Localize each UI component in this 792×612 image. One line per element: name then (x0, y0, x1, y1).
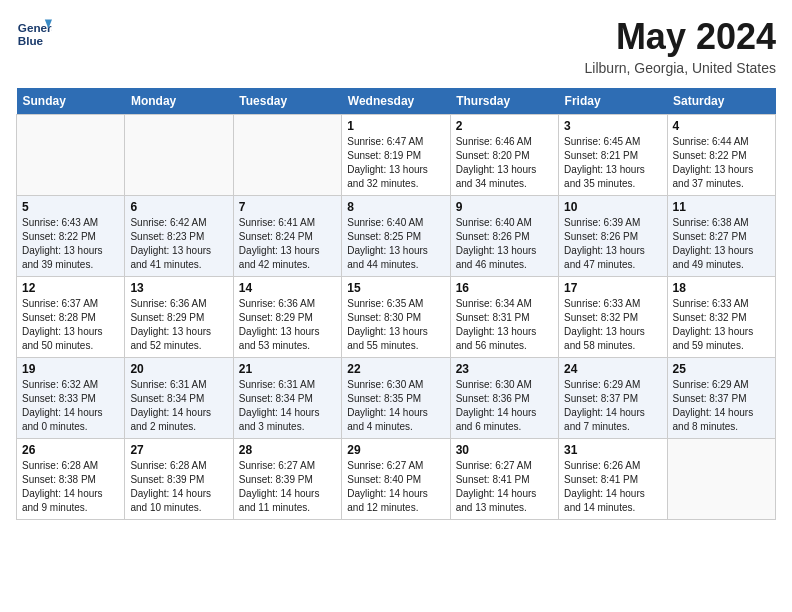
day-number: 21 (239, 362, 336, 376)
day-info: Sunrise: 6:28 AM Sunset: 8:39 PM Dayligh… (130, 459, 227, 515)
calendar-week-4: 19Sunrise: 6:32 AM Sunset: 8:33 PM Dayli… (17, 358, 776, 439)
calendar-cell: 17Sunrise: 6:33 AM Sunset: 8:32 PM Dayli… (559, 277, 667, 358)
calendar-table: SundayMondayTuesdayWednesdayThursdayFrid… (16, 88, 776, 520)
calendar-cell: 30Sunrise: 6:27 AM Sunset: 8:41 PM Dayli… (450, 439, 558, 520)
calendar-cell: 25Sunrise: 6:29 AM Sunset: 8:37 PM Dayli… (667, 358, 775, 439)
day-number: 26 (22, 443, 119, 457)
day-number: 30 (456, 443, 553, 457)
logo-icon: General Blue (16, 16, 52, 52)
day-number: 28 (239, 443, 336, 457)
month-title: May 2024 (585, 16, 776, 58)
day-number: 11 (673, 200, 770, 214)
calendar-cell (667, 439, 775, 520)
day-info: Sunrise: 6:28 AM Sunset: 8:38 PM Dayligh… (22, 459, 119, 515)
calendar-cell: 29Sunrise: 6:27 AM Sunset: 8:40 PM Dayli… (342, 439, 450, 520)
day-number: 9 (456, 200, 553, 214)
calendar-week-2: 5Sunrise: 6:43 AM Sunset: 8:22 PM Daylig… (17, 196, 776, 277)
weekday-header-friday: Friday (559, 88, 667, 115)
page-header: General Blue May 2024 Lilburn, Georgia, … (16, 16, 776, 76)
day-number: 8 (347, 200, 444, 214)
day-number: 31 (564, 443, 661, 457)
calendar-cell: 9Sunrise: 6:40 AM Sunset: 8:26 PM Daylig… (450, 196, 558, 277)
day-info: Sunrise: 6:47 AM Sunset: 8:19 PM Dayligh… (347, 135, 444, 191)
day-number: 1 (347, 119, 444, 133)
calendar-body: 1Sunrise: 6:47 AM Sunset: 8:19 PM Daylig… (17, 115, 776, 520)
day-info: Sunrise: 6:29 AM Sunset: 8:37 PM Dayligh… (673, 378, 770, 434)
svg-text:Blue: Blue (18, 34, 44, 47)
weekday-header-sunday: Sunday (17, 88, 125, 115)
calendar-cell: 13Sunrise: 6:36 AM Sunset: 8:29 PM Dayli… (125, 277, 233, 358)
day-number: 17 (564, 281, 661, 295)
calendar-cell: 8Sunrise: 6:40 AM Sunset: 8:25 PM Daylig… (342, 196, 450, 277)
day-info: Sunrise: 6:40 AM Sunset: 8:26 PM Dayligh… (456, 216, 553, 272)
calendar-cell: 5Sunrise: 6:43 AM Sunset: 8:22 PM Daylig… (17, 196, 125, 277)
day-number: 12 (22, 281, 119, 295)
day-number: 29 (347, 443, 444, 457)
calendar-week-1: 1Sunrise: 6:47 AM Sunset: 8:19 PM Daylig… (17, 115, 776, 196)
logo: General Blue (16, 16, 52, 52)
day-info: Sunrise: 6:26 AM Sunset: 8:41 PM Dayligh… (564, 459, 661, 515)
calendar-cell: 27Sunrise: 6:28 AM Sunset: 8:39 PM Dayli… (125, 439, 233, 520)
weekday-header-monday: Monday (125, 88, 233, 115)
calendar-cell: 22Sunrise: 6:30 AM Sunset: 8:35 PM Dayli… (342, 358, 450, 439)
day-number: 5 (22, 200, 119, 214)
day-number: 23 (456, 362, 553, 376)
day-info: Sunrise: 6:27 AM Sunset: 8:40 PM Dayligh… (347, 459, 444, 515)
day-number: 3 (564, 119, 661, 133)
day-info: Sunrise: 6:31 AM Sunset: 8:34 PM Dayligh… (130, 378, 227, 434)
day-number: 24 (564, 362, 661, 376)
day-info: Sunrise: 6:34 AM Sunset: 8:31 PM Dayligh… (456, 297, 553, 353)
day-info: Sunrise: 6:41 AM Sunset: 8:24 PM Dayligh… (239, 216, 336, 272)
day-number: 22 (347, 362, 444, 376)
weekday-header-saturday: Saturday (667, 88, 775, 115)
weekday-row: SundayMondayTuesdayWednesdayThursdayFrid… (17, 88, 776, 115)
day-info: Sunrise: 6:32 AM Sunset: 8:33 PM Dayligh… (22, 378, 119, 434)
calendar-week-5: 26Sunrise: 6:28 AM Sunset: 8:38 PM Dayli… (17, 439, 776, 520)
calendar-cell: 21Sunrise: 6:31 AM Sunset: 8:34 PM Dayli… (233, 358, 341, 439)
day-info: Sunrise: 6:31 AM Sunset: 8:34 PM Dayligh… (239, 378, 336, 434)
day-number: 25 (673, 362, 770, 376)
calendar-cell: 15Sunrise: 6:35 AM Sunset: 8:30 PM Dayli… (342, 277, 450, 358)
day-number: 27 (130, 443, 227, 457)
day-number: 2 (456, 119, 553, 133)
day-info: Sunrise: 6:36 AM Sunset: 8:29 PM Dayligh… (130, 297, 227, 353)
calendar-cell: 3Sunrise: 6:45 AM Sunset: 8:21 PM Daylig… (559, 115, 667, 196)
calendar-cell (125, 115, 233, 196)
day-number: 14 (239, 281, 336, 295)
day-info: Sunrise: 6:42 AM Sunset: 8:23 PM Dayligh… (130, 216, 227, 272)
day-info: Sunrise: 6:27 AM Sunset: 8:41 PM Dayligh… (456, 459, 553, 515)
calendar-cell: 2Sunrise: 6:46 AM Sunset: 8:20 PM Daylig… (450, 115, 558, 196)
day-number: 13 (130, 281, 227, 295)
day-info: Sunrise: 6:29 AM Sunset: 8:37 PM Dayligh… (564, 378, 661, 434)
day-info: Sunrise: 6:46 AM Sunset: 8:20 PM Dayligh… (456, 135, 553, 191)
calendar-cell: 19Sunrise: 6:32 AM Sunset: 8:33 PM Dayli… (17, 358, 125, 439)
day-info: Sunrise: 6:36 AM Sunset: 8:29 PM Dayligh… (239, 297, 336, 353)
calendar-cell: 7Sunrise: 6:41 AM Sunset: 8:24 PM Daylig… (233, 196, 341, 277)
day-info: Sunrise: 6:39 AM Sunset: 8:26 PM Dayligh… (564, 216, 661, 272)
calendar-cell: 24Sunrise: 6:29 AM Sunset: 8:37 PM Dayli… (559, 358, 667, 439)
day-info: Sunrise: 6:30 AM Sunset: 8:36 PM Dayligh… (456, 378, 553, 434)
calendar-cell: 6Sunrise: 6:42 AM Sunset: 8:23 PM Daylig… (125, 196, 233, 277)
calendar-cell: 16Sunrise: 6:34 AM Sunset: 8:31 PM Dayli… (450, 277, 558, 358)
location: Lilburn, Georgia, United States (585, 60, 776, 76)
day-number: 19 (22, 362, 119, 376)
calendar-cell: 31Sunrise: 6:26 AM Sunset: 8:41 PM Dayli… (559, 439, 667, 520)
calendar-cell: 14Sunrise: 6:36 AM Sunset: 8:29 PM Dayli… (233, 277, 341, 358)
calendar-cell (17, 115, 125, 196)
day-number: 15 (347, 281, 444, 295)
day-info: Sunrise: 6:33 AM Sunset: 8:32 PM Dayligh… (564, 297, 661, 353)
day-number: 6 (130, 200, 227, 214)
day-number: 20 (130, 362, 227, 376)
weekday-header-thursday: Thursday (450, 88, 558, 115)
calendar-cell: 12Sunrise: 6:37 AM Sunset: 8:28 PM Dayli… (17, 277, 125, 358)
calendar-cell: 10Sunrise: 6:39 AM Sunset: 8:26 PM Dayli… (559, 196, 667, 277)
calendar-header: SundayMondayTuesdayWednesdayThursdayFrid… (17, 88, 776, 115)
day-number: 10 (564, 200, 661, 214)
day-info: Sunrise: 6:35 AM Sunset: 8:30 PM Dayligh… (347, 297, 444, 353)
day-info: Sunrise: 6:45 AM Sunset: 8:21 PM Dayligh… (564, 135, 661, 191)
calendar-cell: 26Sunrise: 6:28 AM Sunset: 8:38 PM Dayli… (17, 439, 125, 520)
day-number: 7 (239, 200, 336, 214)
calendar-week-3: 12Sunrise: 6:37 AM Sunset: 8:28 PM Dayli… (17, 277, 776, 358)
day-info: Sunrise: 6:37 AM Sunset: 8:28 PM Dayligh… (22, 297, 119, 353)
calendar-cell: 1Sunrise: 6:47 AM Sunset: 8:19 PM Daylig… (342, 115, 450, 196)
